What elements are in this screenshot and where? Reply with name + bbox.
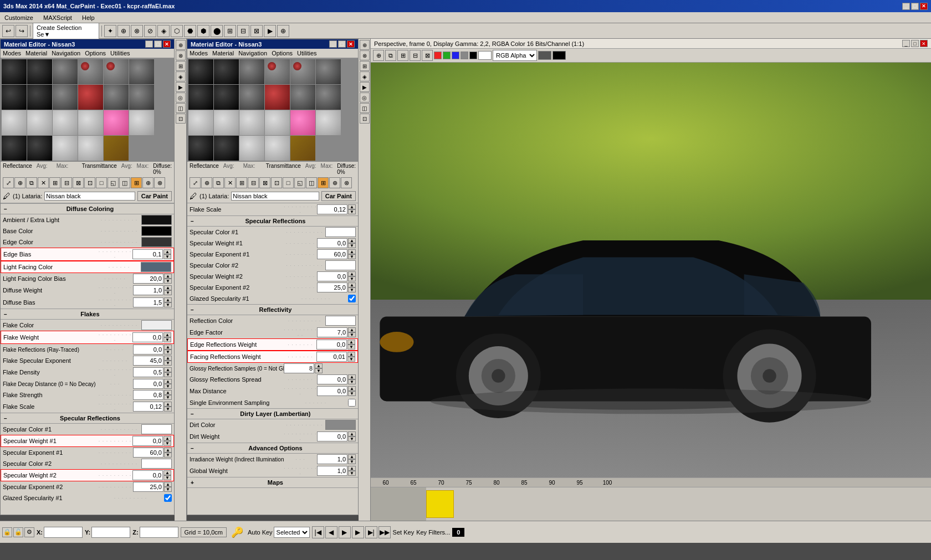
side-tool2-7[interactable]: ◫	[360, 103, 370, 113]
side-tool2-8[interactable]: ⊡	[360, 114, 370, 124]
viewport-minimize[interactable]: _	[902, 40, 910, 47]
sphere2-8[interactable]	[214, 85, 239, 110]
mat-editor-1-minimize[interactable]: _	[145, 40, 153, 48]
mat-menu-options[interactable]: Options	[85, 50, 106, 56]
sphere-8[interactable]	[27, 85, 52, 110]
side-tool-5[interactable]: ▶	[176, 82, 186, 92]
sphere-14[interactable]	[27, 110, 52, 135]
mat-editor-1-close[interactable]: ✕	[163, 40, 171, 48]
spin-up[interactable]: ▲	[163, 249, 171, 254]
toolbar-btn8[interactable]: ⬢	[197, 25, 209, 37]
toolbar-btn2[interactable]: ⊕	[117, 25, 130, 37]
param-light-facing-bias-input[interactable]	[133, 274, 163, 284]
sphere-3[interactable]	[53, 59, 78, 84]
side-tool2-2[interactable]: ⊗	[360, 50, 370, 60]
section-diffuse[interactable]: − Diffuse Coloring	[1, 203, 174, 214]
sphere-4[interactable]	[78, 59, 103, 84]
side-tool2-1[interactable]: ⊕	[360, 40, 370, 50]
mat-tool-10[interactable]: ◱	[108, 177, 119, 188]
toolbar-btn1[interactable]: ✦	[104, 25, 116, 37]
mat-tool-5[interactable]: ⊞	[49, 177, 60, 188]
param-spec-exp1-input[interactable]	[133, 448, 163, 458]
menu-help[interactable]: Help	[80, 13, 97, 22]
sphere2-10[interactable]	[265, 85, 290, 110]
menu-maxscript[interactable]: MAXScript	[41, 13, 74, 22]
mat2-tool-7[interactable]: ⊠	[259, 177, 270, 188]
param2-edge-refl-weight-input[interactable]	[316, 340, 347, 350]
sphere-13[interactable]	[2, 110, 27, 135]
toolbar-btn3[interactable]: ⊗	[131, 25, 143, 37]
sphere2-9[interactable]	[239, 85, 264, 110]
channel-black[interactable]	[553, 51, 566, 60]
toolbar-btn4[interactable]: ⊘	[144, 25, 156, 37]
sphere-6[interactable]	[129, 59, 154, 84]
spin-down-5[interactable]: ▼	[163, 337, 171, 342]
param2-glazed-checkbox[interactable]	[348, 295, 356, 302]
channel-mono[interactable]	[469, 52, 477, 59]
param-edge-bias-input[interactable]	[132, 249, 163, 259]
side-tool-4[interactable]: ◈	[176, 71, 186, 81]
mat-name-input-1[interactable]	[44, 192, 135, 201]
mat-tool-7[interactable]: ⊠	[73, 177, 84, 188]
sphere2-4[interactable]	[265, 59, 290, 84]
spin-down-4[interactable]: ▼	[164, 302, 172, 307]
mat2-menu-utilities[interactable]: Utilities	[297, 50, 316, 56]
param2-spec-weight1-input[interactable]	[317, 238, 347, 248]
param-diffuse-weight-input[interactable]	[133, 285, 163, 295]
sphere-15[interactable]	[53, 110, 78, 135]
sphere-22[interactable]	[78, 136, 103, 161]
sphere-12[interactable]	[129, 85, 154, 110]
sphere2-12[interactable]	[316, 85, 341, 110]
side-tool-7[interactable]: ◫	[176, 103, 186, 113]
side-tool-2[interactable]: ⊗	[176, 50, 186, 60]
param-flake-scale-input[interactable]	[133, 402, 163, 412]
param2-spec-exp1-input[interactable]	[317, 249, 347, 259]
section2-advanced[interactable]: − Advanced Options	[187, 443, 358, 454]
sphere-10[interactable]	[78, 85, 103, 110]
sphere-20[interactable]	[27, 136, 52, 161]
channel-white[interactable]	[478, 51, 492, 60]
param-base-color-swatch[interactable]	[141, 226, 172, 236]
section-specular-1[interactable]: − Specular Reflections	[1, 413, 174, 424]
sphere2-19[interactable]	[188, 136, 213, 161]
param2-flake-scale-input[interactable]	[317, 204, 347, 214]
sphere-5[interactable]	[104, 59, 129, 84]
param-flake-reflections-input[interactable]	[133, 345, 163, 355]
sphere2-21[interactable]	[239, 136, 264, 161]
toolbar-btn10[interactable]: ⊞	[224, 25, 236, 37]
param2-spec-color1-swatch[interactable]	[325, 227, 356, 237]
side-tool2-5[interactable]: ▶	[360, 82, 370, 92]
spin-down-3[interactable]: ▼	[164, 290, 172, 295]
spin-down-6[interactable]: ▼	[164, 350, 172, 355]
channel-blue[interactable]	[452, 52, 459, 59]
toolbar-render2[interactable]: ⊕	[277, 25, 289, 37]
sphere-2[interactable]	[27, 59, 52, 84]
play-to-start[interactable]: |◀	[312, 526, 324, 538]
mat2-tool-10[interactable]: ◱	[294, 177, 305, 188]
param2-dirt-weight-input[interactable]	[317, 431, 347, 441]
timeline-block-gray[interactable]	[371, 487, 426, 521]
status-icon-1[interactable]: 🔒	[2, 527, 12, 537]
toolbar-btn7[interactable]: ⬣	[184, 25, 196, 37]
sphere2-16[interactable]	[265, 110, 290, 135]
spin-up-6[interactable]: ▲	[164, 345, 172, 350]
spin-down-7[interactable]: ▼	[164, 361, 172, 366]
mat-tool-2[interactable]: ⊕	[14, 177, 25, 188]
mat2-menu-material[interactable]: Material	[212, 50, 234, 56]
spin-up-5[interactable]: ▲	[163, 332, 171, 337]
mat-editor-2-close[interactable]: ✕	[347, 40, 355, 48]
sphere2-20[interactable]	[214, 136, 239, 161]
viewport-maximize[interactable]: □	[911, 40, 919, 47]
param-flake-density-input[interactable]	[133, 367, 163, 377]
params-scroll-1[interactable]: − Diffuse Coloring Ambient / Extra Light…	[1, 203, 174, 515]
param-spec-weight1-input[interactable]	[132, 436, 163, 446]
mat-tool-6[interactable]: ⊟	[61, 177, 72, 188]
sphere-21[interactable]	[53, 136, 78, 161]
sphere2-7[interactable]	[188, 85, 213, 110]
section2-dirty[interactable]: − Dirty Layer (Lambertian)	[187, 408, 358, 419]
param2-irradiance-input[interactable]	[317, 454, 347, 464]
param2-max-distance-input[interactable]	[317, 386, 347, 396]
play-next-frame[interactable]: ▶	[352, 526, 364, 538]
mat2-tool-14[interactable]: ⊗	[341, 177, 352, 188]
sphere-7[interactable]	[2, 85, 27, 110]
